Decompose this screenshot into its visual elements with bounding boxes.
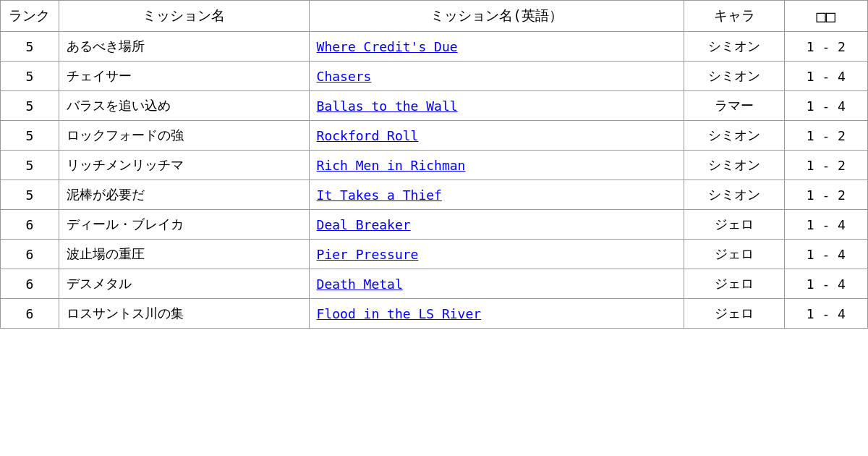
cell-players: 1 - 2 [784, 32, 867, 62]
header-mission-jp: ミッション名 [59, 1, 309, 32]
cell-character: シミオン [684, 62, 784, 91]
cell-players: 1 - 4 [784, 91, 867, 121]
table-row: 5あるべき場所Where Credit's Dueシミオン1 - 2 [1, 32, 868, 62]
cell-rank: 5 [1, 180, 59, 210]
mission-link[interactable]: Death Metal [317, 276, 403, 292]
cell-rank: 5 [1, 32, 59, 62]
cell-mission-en: Rockford Roll [309, 121, 684, 151]
cell-rank: 6 [1, 210, 59, 240]
table-row: 5泥棒が必要だIt Takes a Thiefシミオン1 - 2 [1, 180, 868, 210]
cell-mission-jp: チェイサー [59, 62, 309, 91]
table-row: 5リッチメンリッチマRich Men in Richmanシミオン1 - 2 [1, 151, 868, 180]
mission-link[interactable]: Flood in the LS River [317, 306, 482, 321]
mission-link[interactable]: Pier Pressure [317, 247, 419, 262]
main-container: ランク ミッション名 ミッション名(英語） キャラ □□ 5あるべき場所Wher… [0, 0, 868, 329]
cell-players: 1 - 2 [784, 151, 867, 180]
cell-mission-en: Chasers [309, 62, 684, 91]
cell-mission-en: Pier Pressure [309, 240, 684, 269]
table-row: 6デスメタルDeath Metalジェロ1 - 4 [1, 269, 868, 299]
cell-mission-en: Rich Men in Richman [309, 151, 684, 180]
cell-players: 1 - 4 [784, 299, 867, 329]
cell-players: 1 - 4 [784, 240, 867, 269]
table-row: 5ロックフォードの強Rockford Rollシミオン1 - 2 [1, 121, 868, 151]
cell-rank: 5 [1, 121, 59, 151]
cell-mission-en: Where Credit's Due [309, 32, 684, 62]
cell-character: シミオン [684, 180, 784, 210]
table-row: 5バラスを追い込めBallas to the Wallラマー1 - 4 [1, 91, 868, 121]
cell-rank: 6 [1, 299, 59, 329]
table-row: 5チェイサーChasersシミオン1 - 4 [1, 62, 868, 91]
mission-link[interactable]: Ballas to the Wall [317, 98, 458, 114]
cell-character: シミオン [684, 121, 784, 151]
cell-mission-jp: リッチメンリッチマ [59, 151, 309, 180]
mission-link[interactable]: Chasers [317, 69, 372, 84]
cell-mission-jp: デスメタル [59, 269, 309, 299]
cell-mission-en: Ballas to the Wall [309, 91, 684, 121]
cell-character: シミオン [684, 32, 784, 62]
cell-mission-en: Deal Breaker [309, 210, 684, 240]
mission-link[interactable]: Rockford Roll [317, 128, 419, 143]
cell-mission-jp: あるべき場所 [59, 32, 309, 62]
cell-rank: 6 [1, 269, 59, 299]
cell-mission-jp: ロスサントス川の集 [59, 299, 309, 329]
cell-mission-jp: 波止場の重圧 [59, 240, 309, 269]
mission-link[interactable]: Deal Breaker [317, 217, 411, 232]
cell-character: ジェロ [684, 210, 784, 240]
cell-rank: 5 [1, 62, 59, 91]
cell-character: ジェロ [684, 299, 784, 329]
header-mission-en: ミッション名(英語） [309, 1, 684, 32]
cell-mission-jp: ロックフォードの強 [59, 121, 309, 151]
table-row: 6ロスサントス川の集Flood in the LS Riverジェロ1 - 4 [1, 299, 868, 329]
header-character: キャラ [684, 1, 784, 32]
cell-character: ジェロ [684, 269, 784, 299]
cell-rank: 5 [1, 91, 59, 121]
cell-mission-en: It Takes a Thief [309, 180, 684, 210]
cell-rank: 6 [1, 240, 59, 269]
cell-players: 1 - 2 [784, 180, 867, 210]
cell-mission-jp: ディール・ブレイカ [59, 210, 309, 240]
cell-players: 1 - 4 [784, 210, 867, 240]
mission-link[interactable]: Where Credit's Due [317, 39, 458, 54]
cell-mission-en: Death Metal [309, 269, 684, 299]
header-rank: ランク [1, 1, 59, 32]
missions-table: ランク ミッション名 ミッション名(英語） キャラ □□ 5あるべき場所Wher… [0, 0, 868, 329]
cell-players: 1 - 4 [784, 62, 867, 91]
mission-link[interactable]: It Takes a Thief [317, 187, 442, 203]
cell-character: シミオン [684, 151, 784, 180]
cell-mission-jp: バラスを追い込め [59, 91, 309, 121]
table-row: 6波止場の重圧Pier Pressureジェロ1 - 4 [1, 240, 868, 269]
header-players: □□ [784, 1, 867, 32]
cell-mission-jp: 泥棒が必要だ [59, 180, 309, 210]
cell-players: 1 - 2 [784, 121, 867, 151]
cell-character: ラマー [684, 91, 784, 121]
cell-rank: 5 [1, 151, 59, 180]
table-row: 6ディール・ブレイカDeal Breakerジェロ1 - 4 [1, 210, 868, 240]
cell-players: 1 - 4 [784, 269, 867, 299]
table-header-row: ランク ミッション名 ミッション名(英語） キャラ □□ [1, 1, 868, 32]
mission-link[interactable]: Rich Men in Richman [317, 158, 466, 173]
cell-mission-en: Flood in the LS River [309, 299, 684, 329]
cell-character: ジェロ [684, 240, 784, 269]
